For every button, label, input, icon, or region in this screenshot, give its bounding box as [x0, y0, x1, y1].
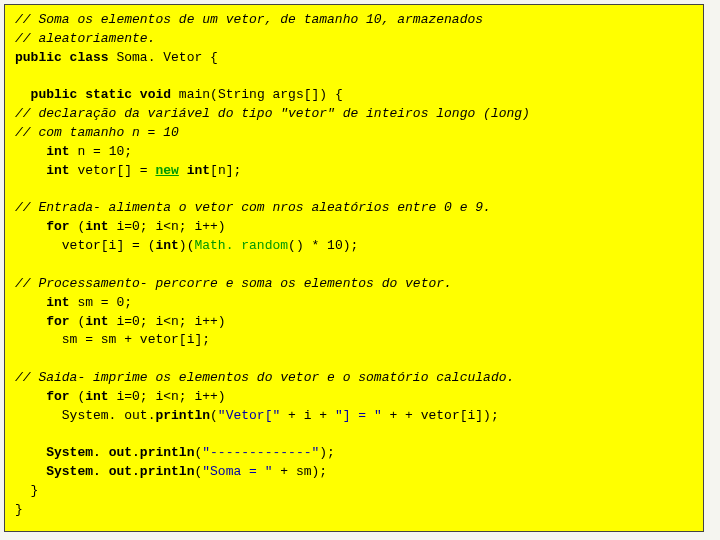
code-text: n = 10; [77, 144, 132, 159]
comment-line: // declaração da variável do tipo "vetor… [15, 106, 530, 121]
code-text: []) { [304, 87, 343, 102]
code-text: i=0; i<n; i++) [116, 314, 225, 329]
string-literal: "] = " [335, 408, 382, 423]
code-text: sm = sm + vetor[i]; [62, 332, 210, 347]
code-text: i=0; i<n; i++) [116, 219, 225, 234]
keyword: int [85, 389, 108, 404]
param: String args [218, 87, 304, 102]
code-text: + i + [280, 408, 335, 423]
code-panel: // Soma os elementos de um vetor, de tam… [4, 4, 704, 532]
close-brace: } [15, 502, 23, 517]
string-literal: "-------------" [202, 445, 319, 460]
keyword: public class [15, 50, 109, 65]
string-literal: "Vetor[" [218, 408, 280, 423]
method: println [140, 464, 195, 479]
method-name: main [179, 87, 210, 102]
code-text: Soma. Vetor { [116, 50, 217, 65]
keyword: int [85, 219, 108, 234]
method: println [155, 408, 210, 423]
code-text: System. out. [62, 408, 156, 423]
code-text: vetor[i] = ( [62, 238, 156, 253]
keyword: public static void [31, 87, 171, 102]
comment-line: // aleatoriamente. [15, 31, 155, 46]
keyword: int [187, 163, 210, 178]
code-text: )( [179, 238, 195, 253]
code-text: i=0; i<n; i++) [116, 389, 225, 404]
comment-line: // Saida- imprime os elementos do vetor … [15, 370, 514, 385]
code-text: () * 10); [288, 238, 358, 253]
keyword: int [85, 314, 108, 329]
lib-call: Math. random [194, 238, 288, 253]
comment-line: // Entrada- alimenta o vetor com nros al… [15, 200, 491, 215]
close-brace: } [31, 483, 39, 498]
keyword: int [46, 144, 69, 159]
code-text: vetor[] = [77, 163, 155, 178]
keyword: for [46, 314, 69, 329]
keyword: for [46, 219, 69, 234]
comment-line: // Soma os elementos de um vetor, de tam… [15, 12, 483, 27]
code-text: ); [319, 445, 335, 460]
comment-line: // com tamanho n = 10 [15, 125, 179, 140]
code-text: + vetor[i]); [405, 408, 499, 423]
code-text: + [382, 408, 405, 423]
code-text: + sm); [272, 464, 327, 479]
code-text: [n]; [210, 163, 241, 178]
keyword: int [46, 163, 69, 178]
code-text: System. out. [46, 464, 140, 479]
keyword-new: new [155, 163, 178, 178]
keyword: int [46, 295, 69, 310]
comment-line: // Processamento- percorre e soma os ele… [15, 276, 452, 291]
keyword: for [46, 389, 69, 404]
string-literal: "Soma = " [202, 464, 272, 479]
keyword: int [155, 238, 178, 253]
method: println [140, 445, 195, 460]
code-text: sm = 0; [77, 295, 132, 310]
code-text: System. out. [46, 445, 140, 460]
